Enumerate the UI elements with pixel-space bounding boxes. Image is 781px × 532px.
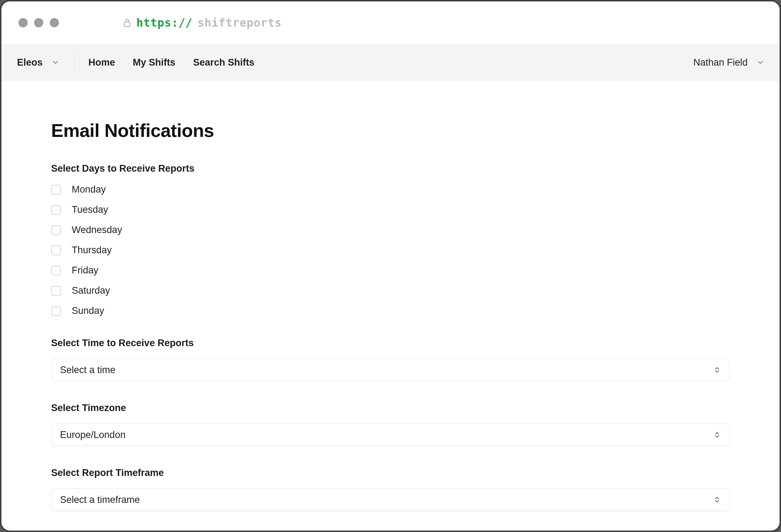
user-menu[interactable]: Nathan Field [693, 57, 764, 68]
timeframe-section-label: Select Report Timeframe [51, 467, 730, 478]
chevron-down-icon [757, 59, 764, 66]
timeframe-select[interactable]: Select a timeframe [51, 488, 730, 511]
main-content: Email Notifications Select Days to Recei… [9, 88, 772, 523]
day-label: Thursday [72, 245, 112, 256]
checkbox-thursday[interactable] [51, 245, 61, 255]
timezone-select-value: Europe/London [60, 430, 126, 440]
timezone-select[interactable]: Europe/London [51, 423, 730, 446]
nav-link-home[interactable]: Home [88, 57, 115, 68]
window-close-dot[interactable] [18, 18, 28, 27]
checkbox-wednesday[interactable] [51, 225, 61, 235]
checkbox-monday[interactable] [51, 185, 61, 195]
url-host: shiftreports [197, 16, 282, 29]
window-zoom-dot[interactable] [50, 18, 59, 27]
updown-icon [713, 431, 721, 439]
time-section-label: Select Time to Receive Reports [51, 338, 730, 349]
window-traffic-lights [18, 18, 59, 27]
timezone-section-label: Select Timezone [51, 403, 730, 414]
titlebar: https://shiftreports [1, 1, 780, 44]
nav-divider [75, 54, 75, 71]
day-row-sunday: Sunday [51, 305, 730, 316]
day-row-friday: Friday [51, 265, 730, 276]
day-label: Wednesday [72, 225, 122, 235]
day-row-wednesday: Wednesday [51, 225, 730, 235]
days-section-label: Select Days to Receive Reports [51, 163, 730, 174]
day-label: Tuesday [72, 204, 108, 215]
app-window: https://shiftreports Eleos Home My Shift… [0, 0, 781, 532]
brand-label: Eleos [17, 57, 43, 68]
checkbox-sunday[interactable] [51, 306, 61, 316]
nav-link-search-shifts[interactable]: Search Shifts [193, 57, 255, 68]
top-nav: Eleos Home My Shifts Search Shifts Natha… [1, 44, 780, 81]
url-scheme: https:// [136, 16, 192, 29]
svg-rect-0 [124, 22, 130, 27]
checkbox-friday[interactable] [51, 266, 61, 276]
updown-icon [713, 366, 721, 374]
day-row-thursday: Thursday [51, 245, 730, 256]
day-row-monday: Monday [51, 184, 730, 195]
page-title: Email Notifications [51, 120, 730, 141]
time-select-value: Select a time [60, 365, 115, 376]
brand-menu[interactable]: Eleos [17, 54, 75, 71]
day-label: Saturday [72, 285, 110, 296]
nav-link-my-shifts[interactable]: My Shifts [133, 57, 175, 68]
address-bar[interactable]: https://shiftreports [123, 16, 282, 29]
days-list: Monday Tuesday Wednesday Thursday Friday… [51, 184, 730, 316]
day-row-saturday: Saturday [51, 285, 730, 296]
time-select[interactable]: Select a time [51, 359, 730, 381]
updown-icon [713, 496, 721, 504]
day-label: Friday [72, 265, 98, 276]
lock-icon [123, 17, 131, 28]
timeframe-select-value: Select a timeframe [60, 494, 140, 505]
chevron-down-icon [52, 59, 59, 66]
checkbox-tuesday[interactable] [51, 205, 61, 215]
user-name: Nathan Field [693, 57, 748, 68]
day-label: Monday [72, 184, 106, 195]
day-label: Sunday [72, 305, 104, 316]
nav-links: Home My Shifts Search Shifts [88, 57, 255, 68]
day-row-tuesday: Tuesday [51, 204, 730, 215]
checkbox-saturday[interactable] [51, 286, 61, 296]
window-minimize-dot[interactable] [34, 18, 43, 27]
